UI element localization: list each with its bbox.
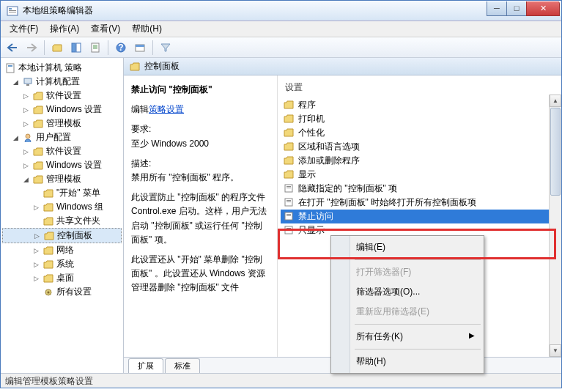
- ctx-help[interactable]: 帮助(H): [333, 352, 482, 371]
- tree-label: Windows 设置: [46, 103, 102, 116]
- setting-item[interactable]: 显示: [281, 168, 558, 182]
- tree-computer-config[interactable]: ◢ 计算机配置: [2, 75, 122, 89]
- tree-software-settings-2[interactable]: ▷ 软件设置: [2, 144, 122, 158]
- scroll-thumb[interactable]: [550, 108, 561, 196]
- ctx-sep: [355, 324, 481, 325]
- scroll-down-button[interactable]: ▼: [550, 344, 561, 357]
- expand-icon[interactable]: ▷: [21, 147, 30, 156]
- policy-item-icon: [284, 212, 295, 222]
- tree-user-config[interactable]: ◢ 用户配置: [2, 130, 122, 144]
- tree-windows-settings-2[interactable]: ▷ Windows 设置: [2, 158, 122, 172]
- minimize-button[interactable]: ─: [487, 1, 507, 16]
- window-title: 本地组策略编辑器: [23, 4, 487, 17]
- folder-icon: [42, 273, 54, 284]
- tree-software-settings[interactable]: ▷ 软件设置: [2, 89, 122, 103]
- expand-spacer: [32, 189, 40, 198]
- menubar: 文件(F) 操作(A) 查看(V) 帮助(H): [1, 21, 561, 37]
- tree-start-menu[interactable]: "开始" 菜单: [2, 186, 122, 200]
- tree-network[interactable]: ▷ 网络: [2, 243, 122, 257]
- svg-rect-6: [92, 43, 99, 52]
- setting-label: 区域和语言选项: [298, 141, 360, 153]
- show-tree-button[interactable]: [67, 40, 85, 56]
- expand-icon[interactable]: ▷: [32, 260, 40, 269]
- setting-item[interactable]: 区域和语言选项: [281, 140, 558, 154]
- tree-pane[interactable]: 本地计算机 策略 ◢ 计算机配置 ▷ 软件设置 ▷ Windows 设置 ▷ 管…: [1, 58, 124, 373]
- expand-icon[interactable]: ▷: [21, 119, 30, 128]
- maximize-button[interactable]: □: [506, 1, 527, 16]
- tree-windows-components[interactable]: ▷ Windows 组: [2, 200, 122, 214]
- properties-button[interactable]: [86, 40, 104, 56]
- menu-view[interactable]: 查看(V): [85, 21, 126, 37]
- svg-rect-2: [9, 10, 16, 11]
- setting-label: 禁止访问: [298, 210, 333, 223]
- svg-rect-29: [286, 229, 291, 230]
- folder-icon: [42, 216, 54, 226]
- desc-label: 描述:: [131, 158, 151, 169]
- menu-help[interactable]: 帮助(H): [126, 21, 168, 37]
- tree-desktop[interactable]: ▷ 桌面: [2, 271, 122, 285]
- tree-label: 桌面: [56, 272, 74, 284]
- tab-standard[interactable]: 标准: [165, 358, 200, 373]
- tab-extended[interactable]: 扩展: [128, 358, 163, 373]
- setting-item[interactable]: 添加或删除程序: [281, 154, 558, 168]
- tree-label: 本地计算机 策略: [18, 62, 82, 74]
- collapse-icon[interactable]: ◢: [21, 175, 30, 184]
- setting-label: 在打开 "控制面板" 时始终打开所有控制面板项: [298, 196, 476, 209]
- path-text: 控制面板: [144, 60, 180, 73]
- scroll-up-button[interactable]: ▲: [550, 95, 561, 107]
- setting-item[interactable]: 打印机: [281, 112, 558, 126]
- setting-item-selected[interactable]: 禁止访问: [281, 210, 558, 223]
- expand-icon[interactable]: ▷: [21, 92, 30, 100]
- folder-icon: [32, 147, 44, 157]
- computer-icon: [22, 77, 34, 87]
- options-button[interactable]: [131, 40, 149, 56]
- tree-all-settings[interactable]: 所有设置: [2, 285, 122, 299]
- svg-rect-20: [286, 188, 291, 188]
- setting-item[interactable]: 隐藏指定的 "控制面板" 项: [281, 182, 558, 196]
- tree-system[interactable]: ▷ 系统: [2, 257, 122, 271]
- tree-root[interactable]: 本地计算机 策略: [2, 61, 122, 75]
- menu-file[interactable]: 文件(F): [4, 21, 44, 37]
- tree-windows-settings[interactable]: ▷ Windows 设置: [2, 103, 122, 117]
- ctx-edit[interactable]: 编辑(E): [333, 237, 482, 257]
- setting-label: 程序: [298, 99, 316, 111]
- ctx-all-tasks[interactable]: 所有任务(K)▶: [333, 327, 482, 347]
- menu-action[interactable]: 操作(A): [44, 21, 85, 37]
- svg-point-17: [48, 291, 50, 293]
- expand-icon[interactable]: ▷: [32, 274, 40, 283]
- ctx-filter-options[interactable]: 筛选器选项(O)...: [333, 282, 482, 302]
- setting-item[interactable]: 在打开 "控制面板" 时始终打开所有控制面板项: [281, 196, 558, 210]
- setting-label: 添加或删除程序: [298, 155, 360, 167]
- svg-rect-26: [286, 215, 291, 216]
- tree-admin-templates[interactable]: ▷ 管理模板: [2, 117, 122, 130]
- forward-button[interactable]: [23, 40, 40, 56]
- tree-admin-templates-2[interactable]: ◢ 管理模板: [2, 172, 122, 186]
- folder-icon: [284, 100, 295, 111]
- expand-icon[interactable]: ▷: [32, 203, 40, 212]
- edit-policy-link[interactable]: 策略设置: [149, 104, 184, 114]
- svg-rect-28: [286, 228, 291, 229]
- expand-icon[interactable]: ▷: [21, 161, 30, 170]
- back-button[interactable]: [4, 40, 21, 56]
- policy-item-icon: [284, 184, 295, 194]
- chevron-right-icon: ▶: [469, 331, 475, 339]
- setting-item[interactable]: 个性化: [281, 126, 558, 140]
- expand-icon[interactable]: ▷: [21, 106, 30, 114]
- vertical-scrollbar[interactable]: ▲ ▼: [549, 95, 561, 357]
- collapse-icon[interactable]: ◢: [11, 133, 20, 142]
- setting-item[interactable]: 程序: [281, 98, 558, 112]
- svg-rect-5: [76, 43, 81, 52]
- expand-icon[interactable]: ▷: [32, 246, 40, 255]
- tree-shared-folders[interactable]: 共享文件夹: [2, 214, 122, 228]
- toolbar-sep: [108, 40, 108, 55]
- expand-icon[interactable]: ▷: [32, 232, 41, 240]
- up-button[interactable]: [48, 40, 66, 56]
- filter-button[interactable]: [157, 40, 174, 56]
- collapse-icon[interactable]: ◢: [11, 78, 20, 86]
- tree-label: 共享文件夹: [56, 215, 100, 227]
- folder-icon: [284, 170, 295, 180]
- tree-control-panel[interactable]: ▷ 控制面板: [2, 228, 122, 243]
- help-button[interactable]: ?: [112, 40, 130, 56]
- close-button[interactable]: ✕: [526, 1, 560, 16]
- setting-label: 隐藏指定的 "控制面板" 项: [298, 182, 397, 195]
